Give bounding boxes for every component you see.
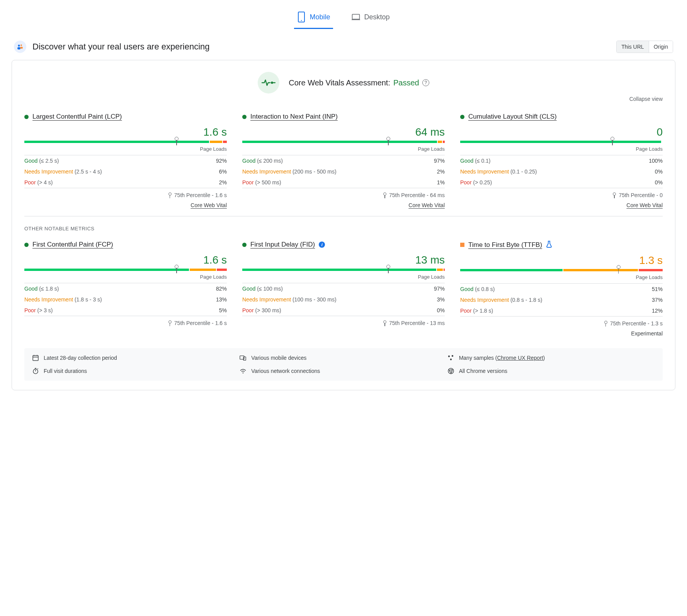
dist-pct: 100%: [649, 158, 663, 164]
dist-range: (> 500 ms): [255, 179, 281, 185]
dist-label: Good: [242, 158, 257, 164]
bar-segment-poor: [217, 269, 227, 271]
bar-segment-ni: [438, 141, 442, 143]
status-indicator: [242, 115, 247, 119]
info-networks: Various network connections: [240, 368, 447, 374]
toggle-origin[interactable]: Origin: [649, 41, 673, 53]
bar-segment-poor: [639, 269, 663, 271]
dist-pct: 3%: [437, 296, 445, 303]
dist-row-poor: Poor (> 300 ms)0%: [242, 305, 445, 316]
assessment-label: Core Web Vitals Assessment:: [289, 78, 390, 87]
status-indicator: [24, 243, 29, 247]
metric-title[interactable]: Largest Contentful Paint (LCP): [32, 113, 122, 121]
users-icon: [14, 41, 26, 53]
percentile-marker-icon: [388, 138, 389, 146]
dist-range: (> 3 s): [37, 307, 53, 313]
core-web-vital-link[interactable]: Core Web Vital: [24, 202, 227, 208]
pulse-icon: [258, 72, 279, 94]
percentile-marker-icon: [168, 320, 172, 326]
dist-pct: 51%: [652, 286, 663, 292]
page-header: Discover what your real users are experi…: [12, 41, 675, 53]
bar-segment-good: [242, 141, 437, 143]
dist-pct: 97%: [434, 286, 445, 292]
distribution-rows: Good (≤ 2.5 s)92%Needs Improvement (2.5 …: [24, 155, 227, 188]
metric-title[interactable]: Interaction to Next Paint (INP): [250, 113, 338, 121]
svg-point-4: [18, 45, 20, 47]
dist-pct: 2%: [437, 168, 445, 175]
other-metrics-header: OTHER NOTABLE METRICS: [24, 226, 663, 231]
dist-row-good: Good (≤ 200 ms)97%: [242, 155, 445, 166]
core-web-vital-link[interactable]: Core Web Vital: [460, 202, 663, 208]
metric-title[interactable]: Time to First Byte (TTFB): [468, 241, 542, 249]
tab-desktop[interactable]: Desktop: [349, 8, 393, 29]
metric-lcp: Largest Contentful Paint (LCP)1.6 sPage …: [24, 113, 227, 208]
dist-pct: 13%: [216, 296, 227, 303]
chrome-ux-report-link[interactable]: Chrome UX Report: [497, 355, 543, 361]
dist-pct: 37%: [652, 297, 663, 303]
other-metrics-grid: First Contentful Paint (FCP)1.6 sPage Lo…: [24, 241, 663, 337]
status-indicator: [460, 243, 464, 247]
percentile-row: 75th Percentile - 0: [460, 188, 663, 198]
metric-title[interactable]: Cumulative Layout Shift (CLS): [468, 113, 557, 121]
distribution-bar: [242, 141, 445, 143]
metric-ttfb: Time to First Byte (TTFB)1.3 sPage Loads…: [460, 241, 663, 337]
dist-row-poor: Poor (> 4 s)2%: [24, 177, 227, 188]
dist-label: Good: [242, 286, 257, 292]
page-loads-label: Page Loads: [24, 146, 227, 152]
dist-range: (> 1.8 s): [473, 308, 493, 314]
info-devices: Various mobile devices: [240, 354, 447, 361]
dist-row-ni: Needs Improvement (200 ms - 500 ms)2%: [242, 166, 445, 177]
dist-row-good: Good (≤ 100 ms)97%: [242, 283, 445, 294]
core-web-vital-link[interactable]: Core Web Vital: [242, 202, 445, 208]
svg-point-19: [450, 359, 451, 360]
dist-label: Needs Improvement: [242, 168, 292, 175]
info-footer: Latest 28-day collection period Various …: [24, 348, 663, 381]
info-icon[interactable]: i: [319, 242, 325, 248]
dist-label: Needs Improvement: [460, 168, 510, 175]
percentile-text: 75th Percentile - 64 ms: [389, 192, 445, 198]
flask-icon: [546, 241, 552, 249]
page-loads-label: Page Loads: [460, 274, 663, 280]
percentile-marker-icon: [618, 266, 619, 274]
tab-mobile[interactable]: Mobile: [294, 8, 333, 29]
dist-pct: 2%: [219, 179, 227, 185]
metric-title[interactable]: First Input Delay (FID): [250, 241, 315, 248]
dist-pct: 6%: [219, 168, 227, 175]
dist-row-poor: Poor (> 1.8 s)12%: [460, 305, 663, 316]
metric-title[interactable]: First Contentful Paint (FCP): [32, 241, 113, 248]
percentile-text: 75th Percentile - 13 ms: [389, 320, 445, 326]
desktop-icon: [352, 12, 360, 22]
percentile-marker-icon: [612, 192, 616, 198]
dist-row-good: Good (≤ 1.8 s)82%: [24, 283, 227, 294]
dist-range: (≤ 200 ms): [257, 158, 283, 164]
distribution-bar: [242, 269, 445, 271]
bar-segment-ni: [563, 269, 638, 271]
page-title: Discover what your real users are experi…: [32, 42, 210, 52]
svg-rect-7: [20, 47, 23, 49]
dist-row-ni: Needs Improvement (100 ms - 300 ms)3%: [242, 294, 445, 305]
bar-segment-poor: [444, 269, 445, 271]
svg-rect-2: [352, 14, 360, 19]
metric-value: 64 ms: [242, 126, 445, 138]
toggle-this-url[interactable]: This URL: [617, 41, 648, 53]
metric-value: 1.3 s: [460, 254, 663, 267]
distribution-rows: Good (≤ 0.1)100%Needs Improvement (0.1 -…: [460, 155, 663, 188]
calendar-icon: [32, 354, 39, 361]
distribution-rows: Good (≤ 1.8 s)82%Needs Improvement (1.8 …: [24, 283, 227, 316]
info-versions: All Chrome versions: [447, 368, 655, 374]
help-icon[interactable]: ?: [422, 79, 429, 86]
metric-cls: Cumulative Layout Shift (CLS)0Page Loads…: [460, 113, 663, 208]
dist-range: (≤ 2.5 s): [39, 158, 59, 164]
tab-desktop-label: Desktop: [364, 13, 389, 21]
dist-label: Good: [460, 286, 475, 292]
collapse-view-link[interactable]: Collapse view: [629, 96, 663, 102]
dist-label: Needs Improvement: [460, 297, 510, 303]
dist-range: (≤ 0.8 s): [475, 286, 495, 292]
percentile-marker-icon: [383, 192, 387, 198]
dist-pct: 92%: [216, 158, 227, 164]
device-tabs: Mobile Desktop: [12, 8, 675, 29]
dist-label: Good: [460, 158, 475, 164]
info-devices-text: Various mobile devices: [251, 355, 306, 361]
percentile-marker-icon: [383, 320, 387, 326]
assessment-row: Core Web Vitals Assessment: Passed ?: [24, 72, 663, 94]
